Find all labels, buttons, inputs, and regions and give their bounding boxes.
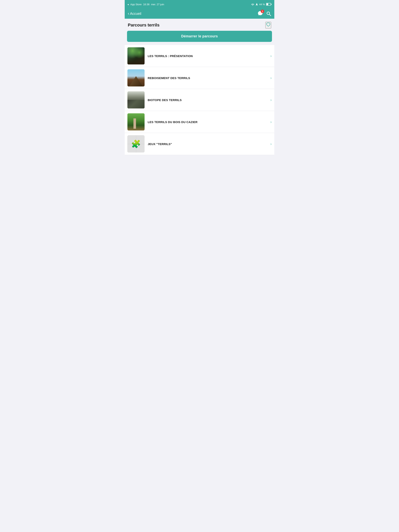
chat-badge: 1: [261, 10, 264, 13]
list-item-label: JEUX "TERRILS": [148, 142, 269, 146]
time-label: 16:36: [143, 3, 150, 6]
status-left: ◂ App Store 16:36 mer. 27 juin: [127, 3, 164, 6]
list-item-label: BIOTOPE DES TERRILS: [148, 98, 269, 102]
list-item[interactable]: LES TERRILS DU BOIS DU CAZIER›: [125, 111, 274, 133]
list-item[interactable]: BIOTOPE DES TERRILS›: [125, 89, 274, 111]
thumb-4: [127, 113, 145, 130]
page-header: Parcours terrils: [125, 19, 274, 31]
chat-button[interactable]: 1: [257, 11, 263, 17]
puzzle-icon: 🧩: [131, 139, 141, 149]
back-label: Accueil: [130, 12, 141, 16]
chevron-right-icon: ›: [270, 98, 272, 102]
svg-rect-2: [271, 4, 272, 5]
page-title: Parcours terrils: [128, 23, 160, 28]
svg-line-4: [270, 14, 271, 16]
date-label: mer. 27 juin: [151, 3, 164, 6]
thumb-1: [127, 47, 145, 64]
list-item-label: LES TERRILS DU BOIS DU CAZIER: [148, 120, 269, 124]
svg-rect-1: [266, 4, 268, 5]
bottom-area: [125, 155, 274, 194]
parcours-list: LES TERRILS : PRÉSENTATION›REBOISEMENT D…: [125, 45, 274, 155]
chevron-right-icon: ›: [270, 76, 272, 80]
list-item-label: LES TERRILS : PRÉSENTATION: [148, 54, 269, 58]
thumb-3: [127, 91, 145, 108]
list-item[interactable]: REBOISEMENT DES TERRILS›: [125, 67, 274, 89]
heart-icon: [266, 22, 271, 27]
favorite-button[interactable]: [265, 22, 271, 28]
thumb-2: [127, 69, 145, 86]
signal-arrow-icon: ◂: [127, 3, 129, 6]
chevron-right-icon: ›: [270, 120, 272, 124]
wifi-icon: [251, 3, 254, 6]
chevron-right-icon: ›: [270, 142, 272, 146]
back-button[interactable]: ‹ Accueil: [128, 12, 141, 16]
list-item[interactable]: 🧩JEUX "TERRILS"›: [125, 133, 274, 155]
start-button-wrap: Démarrer le parcours: [125, 31, 274, 45]
status-right: 44 %: [251, 3, 272, 6]
location-icon: [256, 3, 258, 6]
search-icon[interactable]: [266, 11, 271, 16]
chevron-right-icon: ›: [270, 54, 272, 58]
app-store-label: App Store: [130, 3, 142, 6]
status-bar: ◂ App Store 16:36 mer. 27 juin 44 %: [125, 0, 274, 9]
thumb-5: 🧩: [127, 135, 145, 152]
back-chevron-icon: ‹: [128, 12, 129, 16]
battery-icon: [266, 3, 272, 6]
nav-bar: ‹ Accueil 1: [125, 9, 274, 19]
start-parcours-button[interactable]: Démarrer le parcours: [127, 31, 272, 42]
nav-actions: 1: [257, 11, 271, 17]
battery-label: 44 %: [259, 3, 265, 6]
list-item-label: REBOISEMENT DES TERRILS: [148, 76, 269, 80]
list-item[interactable]: LES TERRILS : PRÉSENTATION›: [125, 45, 274, 67]
